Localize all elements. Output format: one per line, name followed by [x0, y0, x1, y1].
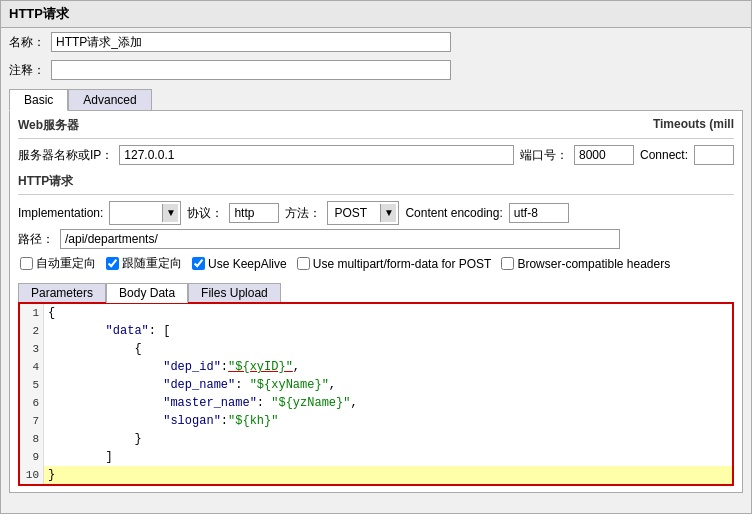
keepalive-label: Use KeepAlive: [208, 257, 287, 271]
inner-tab-body-data[interactable]: Body Data: [106, 283, 188, 303]
browser-headers-checkbox[interactable]: Browser-compatible headers: [501, 257, 670, 271]
code-line-7: 7 "slogan":"${kh}": [20, 412, 732, 430]
impl-label: Implementation:: [18, 206, 103, 220]
code-line-9: 9 ]: [20, 448, 732, 466]
follow-redirect-label: 跟随重定向: [122, 255, 182, 272]
timeouts-label: Timeouts (mill: [653, 117, 734, 134]
http-request-window: HTTP请求 名称： 注释： Basic Advanced Web服务器 Tim…: [0, 0, 752, 514]
code-line-10: 10 }: [20, 466, 732, 484]
window-title: HTTP请求: [9, 6, 69, 21]
code-line-8: 8 }: [20, 430, 732, 448]
code-line-6: 6 "master_name": "${yzName}",: [20, 394, 732, 412]
tab-basic[interactable]: Basic: [9, 89, 68, 111]
keepalive-checkbox[interactable]: Use KeepAlive: [192, 257, 287, 271]
server-row: 服务器名称或IP： 端口号： Connect:: [18, 143, 734, 167]
name-label: 名称：: [9, 34, 45, 51]
encoding-label: Content encoding:: [405, 206, 502, 220]
protocol-label: 协议：: [187, 205, 223, 222]
path-label: 路径：: [18, 231, 54, 248]
impl-value: [112, 206, 162, 220]
code-line-2: 2 "data": [: [20, 322, 732, 340]
impl-select[interactable]: ▼: [109, 201, 181, 225]
code-line-1: 1 {: [20, 304, 732, 322]
title-bar: HTTP请求: [1, 1, 751, 28]
impl-arrow-icon[interactable]: ▼: [162, 204, 178, 222]
port-input[interactable]: [574, 145, 634, 165]
tab-advanced[interactable]: Advanced: [68, 89, 151, 111]
follow-redirect-check[interactable]: [106, 257, 119, 270]
code-line-5: 5 "dep_name": "${xyName}",: [20, 376, 732, 394]
auto-redirect-check[interactable]: [20, 257, 33, 270]
inner-tab-files-upload[interactable]: Files Upload: [188, 283, 281, 303]
web-server-section-header: Web服务器 Timeouts (mill: [18, 117, 734, 134]
path-row: 路径：: [18, 227, 734, 251]
method-value: POST: [330, 206, 380, 220]
connect-input[interactable]: [694, 145, 734, 165]
comment-row: 注释：: [1, 56, 751, 84]
path-input[interactable]: [60, 229, 620, 249]
port-label: 端口号：: [520, 147, 568, 164]
web-server-label: Web服务器: [18, 117, 79, 134]
server-input[interactable]: [119, 145, 514, 165]
method-label: 方法：: [285, 205, 321, 222]
server-label: 服务器名称或IP：: [18, 147, 113, 164]
method-select[interactable]: POST ▼: [327, 201, 399, 225]
comment-label: 注释：: [9, 62, 45, 79]
multipart-label: Use multipart/form-data for POST: [313, 257, 492, 271]
tab-basic-content: Web服务器 Timeouts (mill 服务器名称或IP： 端口号： Con…: [9, 110, 743, 493]
inner-tab-parameters[interactable]: Parameters: [18, 283, 106, 303]
multipart-checkbox[interactable]: Use multipart/form-data for POST: [297, 257, 492, 271]
name-input[interactable]: [51, 32, 451, 52]
browser-headers-check[interactable]: [501, 257, 514, 270]
tabs: Basic Advanced: [9, 88, 743, 110]
follow-redirect-checkbox[interactable]: 跟随重定向: [106, 255, 182, 272]
auto-redirect-label: 自动重定向: [36, 255, 96, 272]
comment-input[interactable]: [51, 60, 451, 80]
method-arrow-icon[interactable]: ▼: [380, 204, 396, 222]
code-editor[interactable]: 1 { 2 "data": [ 3 { 4: [18, 302, 734, 486]
checkbox-row: 自动重定向 跟随重定向 Use KeepAlive Use multipart/…: [18, 251, 734, 276]
http-request-label: HTTP请求: [18, 173, 73, 190]
protocol-input[interactable]: [229, 203, 279, 223]
inner-tabs: Parameters Body Data Files Upload: [18, 282, 734, 302]
http-request-section-header: HTTP请求: [18, 173, 734, 190]
code-line-3: 3 {: [20, 340, 732, 358]
encoding-input[interactable]: [509, 203, 569, 223]
name-row: 名称：: [1, 28, 751, 56]
connect-label: Connect:: [640, 148, 688, 162]
http-options-row: Implementation: ▼ 协议： 方法： POST ▼ Content…: [18, 199, 734, 227]
tabs-container: Basic Advanced Web服务器 Timeouts (mill 服务器…: [9, 88, 743, 493]
browser-headers-label: Browser-compatible headers: [517, 257, 670, 271]
auto-redirect-checkbox[interactable]: 自动重定向: [20, 255, 96, 272]
code-line-4: 4 "dep_id":"${xyID}",: [20, 358, 732, 376]
keepalive-check[interactable]: [192, 257, 205, 270]
multipart-check[interactable]: [297, 257, 310, 270]
